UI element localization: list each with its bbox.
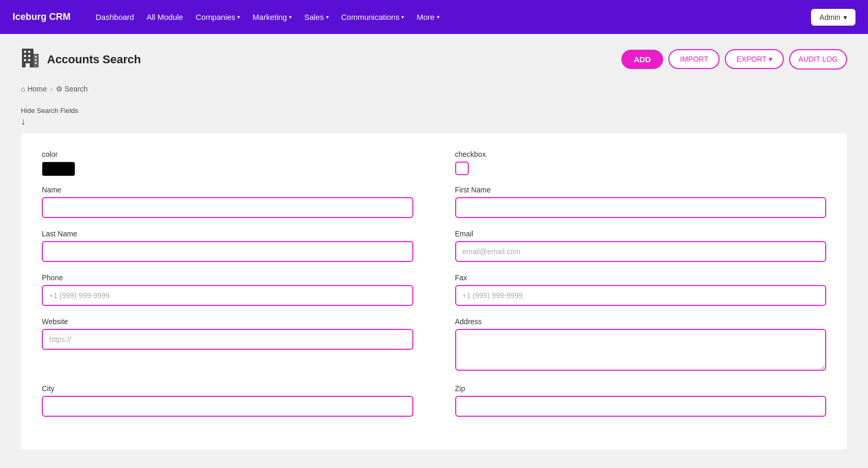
first-name-field: First Name <box>455 186 827 218</box>
nav-companies[interactable]: Companies ▾ <box>195 13 240 21</box>
add-button[interactable]: ADD <box>621 50 664 69</box>
breadcrumb: ⌂ Home › ⚙ Search <box>0 81 868 101</box>
chevron-down-icon: ▾ <box>401 14 404 20</box>
chevron-down-icon: ▾ <box>326 14 329 20</box>
last-name-input[interactable] <box>42 241 413 262</box>
special-fields-row: color checkbox <box>42 150 826 176</box>
hide-search-area: Hide Search Fields ↓ <box>0 101 868 127</box>
page-title-area: Accounts Search <box>21 47 141 72</box>
zip-input[interactable] <box>455 396 827 417</box>
last-name-label: Last Name <box>42 230 413 238</box>
email-field: Email <box>455 230 827 262</box>
breadcrumb-separator: › <box>50 85 53 93</box>
zip-label: Zip <box>455 384 827 393</box>
svg-rect-6 <box>28 59 30 61</box>
breadcrumb-current: ⚙ Search <box>56 85 88 93</box>
chevron-down-icon: ▾ <box>769 55 772 63</box>
header-actions: ADD IMPORT EXPORT ▾ AUDIT LOG <box>621 49 847 70</box>
address-label: Address <box>455 317 827 326</box>
admin-button[interactable]: Admin ▾ <box>811 9 855 26</box>
first-name-label: First Name <box>455 186 827 194</box>
city-field: City <box>42 384 413 417</box>
color-field: color <box>42 150 413 176</box>
brand-logo[interactable]: Iceburg CRM <box>13 12 71 22</box>
checkbox-field: checkbox <box>455 150 827 176</box>
svg-rect-3 <box>24 55 26 57</box>
city-label: City <box>42 384 413 393</box>
breadcrumb-home[interactable]: ⌂ Home <box>21 85 47 93</box>
home-icon: ⌂ <box>21 85 25 93</box>
svg-rect-11 <box>35 62 37 64</box>
svg-rect-10 <box>35 59 37 61</box>
svg-rect-1 <box>24 51 26 53</box>
nav-communications[interactable]: Communications ▾ <box>341 13 404 21</box>
phone-label: Phone <box>42 273 413 282</box>
website-input[interactable] <box>42 329 413 350</box>
audit-log-button[interactable]: AUDIT LOG <box>789 49 847 70</box>
last-name-field: Last Name <box>42 230 413 262</box>
checkbox-input[interactable] <box>455 162 469 175</box>
building-icon <box>21 47 40 72</box>
checkbox-label: checkbox <box>455 150 827 158</box>
fax-field: Fax <box>455 273 827 306</box>
chevron-down-icon: ▾ <box>437 14 439 20</box>
svg-rect-5 <box>24 59 26 61</box>
fax-label: Fax <box>455 273 827 282</box>
phone-input[interactable] <box>42 285 413 306</box>
svg-rect-2 <box>28 51 30 53</box>
fax-input[interactable] <box>455 285 827 306</box>
form-grid: Name First Name Last Name Email Phone Fa… <box>42 186 826 428</box>
website-label: Website <box>42 317 413 326</box>
chevron-down-icon: ▾ <box>843 13 847 21</box>
phone-field: Phone <box>42 273 413 306</box>
website-field: Website <box>42 317 413 373</box>
nav-links: Dashboard All Module Companies ▾ Marketi… <box>96 13 794 21</box>
nav-more[interactable]: More ▾ <box>416 13 439 21</box>
nav-dashboard[interactable]: Dashboard <box>96 13 134 21</box>
search-form-container: color checkbox Name First Name Last Name… <box>21 133 847 449</box>
nav-all-module[interactable]: All Module <box>146 13 183 21</box>
svg-rect-9 <box>35 56 37 58</box>
page-header: Accounts Search ADD IMPORT EXPORT ▾ AUDI… <box>0 34 868 81</box>
first-name-input[interactable] <box>455 197 827 218</box>
email-label: Email <box>455 230 827 238</box>
chevron-down-icon: ▾ <box>289 14 292 20</box>
export-button[interactable]: EXPORT ▾ <box>725 49 783 69</box>
chevron-down-icon: ▾ <box>237 14 240 20</box>
address-input[interactable] <box>455 329 827 371</box>
hide-search-arrow[interactable]: ↓ <box>21 116 847 127</box>
name-label: Name <box>42 186 413 194</box>
city-input[interactable] <box>42 396 413 417</box>
name-input[interactable] <box>42 197 413 218</box>
name-field: Name <box>42 186 413 218</box>
gear-icon: ⚙ <box>56 85 63 93</box>
svg-rect-7 <box>26 63 30 67</box>
nav-marketing[interactable]: Marketing ▾ <box>252 13 292 21</box>
page-title: Accounts Search <box>47 53 141 66</box>
email-input[interactable] <box>455 241 827 262</box>
color-swatch[interactable] <box>42 162 75 176</box>
color-label: color <box>42 150 413 158</box>
address-field: Address <box>455 317 827 373</box>
svg-rect-4 <box>28 55 30 57</box>
hide-search-label[interactable]: Hide Search Fields <box>21 107 78 115</box>
navigation: Iceburg CRM Dashboard All Module Compani… <box>0 0 868 34</box>
zip-field: Zip <box>455 384 827 417</box>
import-button[interactable]: IMPORT <box>668 49 720 69</box>
nav-sales[interactable]: Sales ▾ <box>304 13 329 21</box>
